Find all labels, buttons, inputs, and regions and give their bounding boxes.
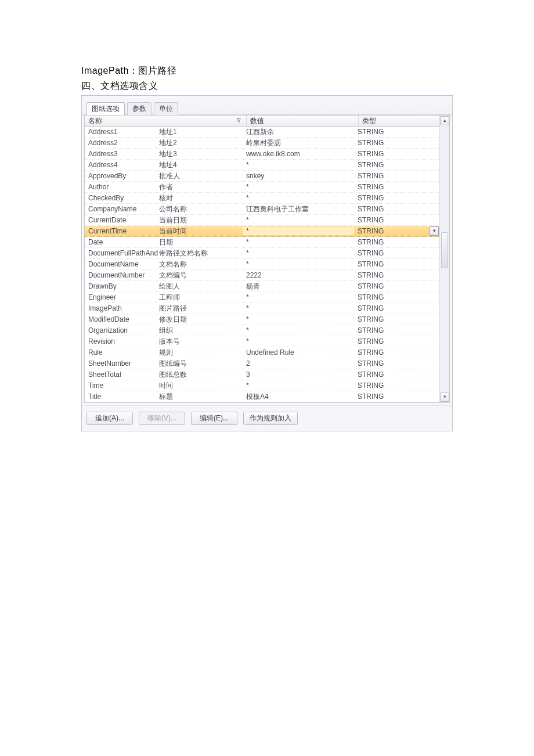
cell-value[interactable]: * <box>243 227 354 235</box>
param-key: Engineer <box>85 293 158 301</box>
cell-name: Revision版本号 <box>85 337 243 347</box>
add-button[interactable]: 追加(A)... <box>86 412 133 425</box>
table-row[interactable]: Address4地址4*STRING <box>85 160 449 171</box>
param-key: Address3 <box>85 150 158 158</box>
cell-value[interactable]: * <box>243 249 354 257</box>
table-row[interactable]: Address3地址3www.oke.ik8.comSTRING <box>85 149 449 160</box>
table-row[interactable]: Date日期*STRING <box>85 237 449 248</box>
cell-type: STRING <box>354 293 438 301</box>
table-row[interactable]: ModifiedDate修改日期*STRING <box>85 314 449 325</box>
cell-value[interactable]: * <box>243 194 354 202</box>
cell-value[interactable]: 模板A4 <box>243 392 354 402</box>
cell-value[interactable]: * <box>243 161 354 169</box>
param-label-zh: 规则 <box>158 348 243 358</box>
table-row[interactable]: Revision版本号*STRING <box>85 336 449 347</box>
cell-value[interactable]: 2222 <box>243 271 354 279</box>
cell-value[interactable]: 江西新余 <box>243 127 354 137</box>
cell-type: STRING <box>354 205 438 213</box>
cell-name: DocumentNumber文档编号 <box>85 271 243 280</box>
remove-button: 移除(V)... <box>139 412 185 425</box>
scroll-thumb[interactable] <box>441 232 448 268</box>
param-label-zh: 当前日期 <box>158 215 243 225</box>
param-key: ApprovedBy <box>85 172 158 180</box>
table-row[interactable]: CurrentDate当前日期*STRING <box>85 215 449 226</box>
table-row[interactable]: Author作者*STRING <box>85 182 449 193</box>
scroll-down-icon[interactable]: ▾ <box>440 393 449 402</box>
table-row[interactable]: Organization组织*STRING <box>85 325 449 336</box>
cell-value[interactable]: * <box>243 260 354 268</box>
cell-value[interactable]: * <box>243 381 354 390</box>
cell-value[interactable]: * <box>243 337 354 345</box>
table-row[interactable]: DrawnBy绘图人杨青STRING <box>85 281 449 292</box>
cell-name: Address1地址1 <box>85 127 243 137</box>
param-key: ModifiedDate <box>85 315 158 323</box>
table-row[interactable]: DocumentNumber文档编号2222STRING <box>85 270 449 281</box>
cell-value[interactable]: 3 <box>243 370 354 379</box>
cell-value[interactable]: 岭泉村委沥 <box>243 138 354 148</box>
edit-button[interactable]: 编辑(E)... <box>191 412 237 425</box>
cell-name: CompanyName公司名称 <box>85 204 243 214</box>
cell-value[interactable]: * <box>243 326 354 334</box>
cell-name: Address2地址2 <box>85 138 243 148</box>
grid-wrap: 名称 ∇ 数值 类型 Address1地址1江西新余STRINGAddress2… <box>82 115 452 405</box>
cell-value[interactable]: 2 <box>243 359 354 368</box>
tab-sheet-options[interactable]: 图纸选项 <box>86 102 125 115</box>
table-row[interactable]: ApprovedBy批准人snkeySTRING <box>85 171 449 182</box>
cell-name: CurrentTime当前时间 <box>85 226 243 236</box>
col-header-value[interactable]: 数值 <box>247 116 359 126</box>
dropdown-icon[interactable]: ▾ <box>430 226 439 236</box>
cell-type: STRING <box>354 271 438 279</box>
vertical-scrollbar[interactable]: ▴ ▾ <box>439 116 449 402</box>
cell-value[interactable]: * <box>243 183 354 191</box>
table-row[interactable]: Address1地址1江西新余STRING <box>85 127 449 138</box>
cell-value[interactable]: 江西奥科电子工作室 <box>243 204 354 214</box>
table-row[interactable]: SheetNumber图纸编号2STRING <box>85 358 449 369</box>
cell-value[interactable]: * <box>243 304 354 312</box>
cell-name: Author作者 <box>85 182 243 192</box>
table-row[interactable]: SheetTotal图纸总数3STRING <box>85 369 449 380</box>
cell-value[interactable]: * <box>243 216 354 224</box>
param-key: DocumentFullPathAndName <box>85 249 158 257</box>
table-row[interactable]: ImagePath图片路径*STRING <box>85 303 449 314</box>
col-header-type[interactable]: 类型 <box>359 116 443 126</box>
cell-type: STRING <box>354 172 438 180</box>
cell-value[interactable]: snkey <box>243 172 354 180</box>
cell-type: STRING <box>354 227 438 235</box>
cell-name: Rule规则 <box>85 348 243 358</box>
table-row[interactable]: CheckedBy核对*STRING <box>85 193 449 204</box>
cell-value[interactable]: www.oke.ik8.com <box>243 150 354 158</box>
cell-value[interactable]: 杨青 <box>243 282 354 291</box>
param-label-zh: 图纸总数 <box>158 370 243 380</box>
tab-units[interactable]: 单位 <box>154 102 178 115</box>
param-label-zh: 工程师 <box>158 293 243 303</box>
param-key: Rule <box>85 348 158 357</box>
table-row[interactable]: Engineer工程师*STRING <box>85 292 449 303</box>
table-row[interactable]: Rule规则Undefined RuleSTRING <box>85 347 449 358</box>
cell-value[interactable]: * <box>243 293 354 301</box>
table-row[interactable]: Title标题模板A4STRING <box>85 391 449 402</box>
cell-type: STRING <box>354 326 438 334</box>
table-row[interactable]: CurrentTime当前时间*STRING▾ <box>85 226 449 237</box>
col-header-name[interactable]: 名称 ∇ <box>85 116 247 126</box>
scroll-up-icon[interactable]: ▴ <box>440 116 449 125</box>
table-row[interactable]: Time时间*STRING <box>85 380 449 391</box>
cell-name: ImagePath图片路径 <box>85 304 243 314</box>
cell-value[interactable]: * <box>243 238 354 246</box>
cell-name: DocumentFullPathAndName带路径文档名称 <box>85 249 243 258</box>
col-header-name-label: 名称 <box>88 116 102 126</box>
table-row[interactable]: CompanyName公司名称江西奥科电子工作室STRING <box>85 204 449 215</box>
table-row[interactable]: DocumentName文档名称*STRING <box>85 259 449 270</box>
param-label-zh: 绘图人 <box>158 282 243 291</box>
tab-parameters[interactable]: 参数 <box>127 102 151 115</box>
table-row[interactable]: DocumentFullPathAndName带路径文档名称*STRING <box>85 248 449 259</box>
cell-value[interactable]: Undefined Rule <box>243 348 354 357</box>
cell-value[interactable]: * <box>243 315 354 323</box>
param-key: SheetTotal <box>85 370 158 379</box>
scroll-track[interactable] <box>441 125 449 393</box>
cell-name: CheckedBy核对 <box>85 193 243 203</box>
cell-name: SheetTotal图纸总数 <box>85 370 243 380</box>
table-row[interactable]: Address2地址2岭泉村委沥STRING <box>85 138 449 149</box>
param-key: CurrentTime <box>85 227 158 235</box>
add-as-rule-button[interactable]: 作为规则加入 <box>243 412 298 425</box>
cell-type: STRING <box>354 315 438 323</box>
